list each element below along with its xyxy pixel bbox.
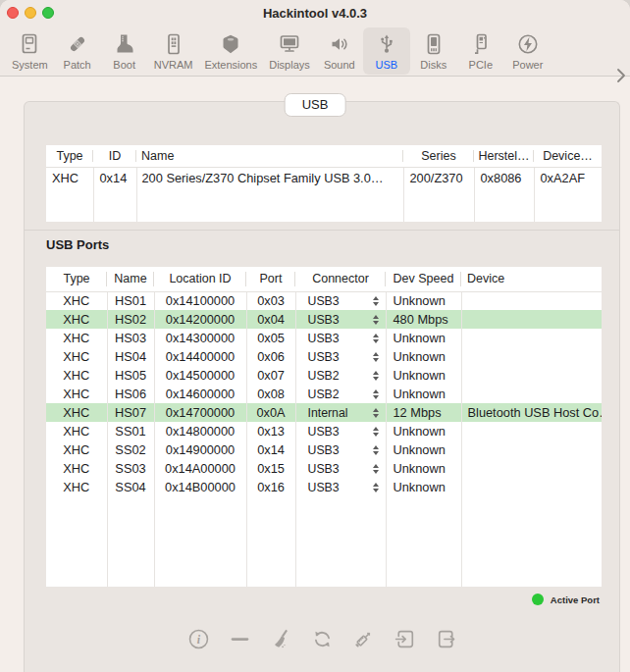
inject-button[interactable] <box>349 625 378 653</box>
toolbar-item-usb[interactable]: USB <box>363 27 410 75</box>
popup-updown-icon <box>373 389 379 399</box>
toolbar-item-displays[interactable]: Displays <box>263 27 316 75</box>
toolbar-label: USB <box>376 59 398 72</box>
toolbar-label: Patch <box>64 59 91 72</box>
column-header-name[interactable]: Name <box>107 267 154 291</box>
active-port-legend: Active Port <box>532 594 600 605</box>
cell-connector: USB3 <box>295 347 386 366</box>
remove-button[interactable] <box>226 625 254 653</box>
window-title: Hackintool v4.0.3 <box>0 0 630 26</box>
sound-icon <box>328 30 351 58</box>
port-row[interactable]: XHC HS05 0x14500000 0x07 USB2 Unknown <box>46 366 602 385</box>
column-header-series[interactable]: Series <box>403 145 474 167</box>
connector-popup[interactable]: USB3 <box>296 332 386 345</box>
cell-connector: USB3 <box>295 291 386 310</box>
cell-location-id: 0x14B00000 <box>154 478 246 496</box>
export-button[interactable] <box>432 625 460 653</box>
toolbar-label: Displays <box>269 59 310 72</box>
toolbar-overflow-chevron[interactable] <box>614 65 630 86</box>
extensions-icon <box>219 30 242 58</box>
cell-port: 0x03 <box>246 291 295 310</box>
disks-icon <box>422 30 446 58</box>
column-header-id[interactable]: ID <box>93 145 136 167</box>
connector-popup[interactable]: USB2 <box>296 388 386 401</box>
cell-dev-speed: 12 Mbps <box>386 403 461 422</box>
cell-connector: USB3 <box>295 329 386 347</box>
cell-name: HS03 <box>107 329 154 347</box>
column-header-dev-speed[interactable]: Dev Speed <box>386 267 461 291</box>
toolbar-item-patch[interactable]: Patch <box>54 27 101 75</box>
cell-connector: USB3 <box>295 459 386 478</box>
cell-dev-speed: Unknown <box>386 347 461 366</box>
port-row[interactable]: XHC HS04 0x14400000 0x06 USB3 Unknown <box>46 347 602 366</box>
toolbar-label: Disks <box>420 59 446 72</box>
toolbar-item-pcie[interactable]: PCIe <box>457 27 504 75</box>
pcie-icon <box>469 30 493 58</box>
popup-updown-icon <box>373 334 379 343</box>
cell-dev-speed: Unknown <box>386 478 461 496</box>
port-row[interactable]: XHC SS02 0x14900000 0x14 USB3 Unknown <box>46 440 602 459</box>
connector-popup[interactable]: Internal <box>296 406 386 420</box>
import-button[interactable] <box>391 625 419 653</box>
port-row[interactable]: XHC HS06 0x14600000 0x08 USB2 Unknown <box>46 385 602 403</box>
refresh-button[interactable] <box>308 625 337 653</box>
connector-popup[interactable]: USB3 <box>296 350 386 364</box>
export-icon <box>434 627 458 651</box>
cell-connector: USB2 <box>295 366 386 385</box>
clean-button[interactable] <box>267 625 295 653</box>
toolbar-item-boot[interactable]: Boot <box>101 27 148 75</box>
cell-location-id: 0x14700000 <box>154 403 246 422</box>
column-header-name[interactable]: Name <box>136 145 403 167</box>
cell-dev-speed: Unknown <box>386 459 461 478</box>
toolbar-item-extensions[interactable]: Extensions <box>198 27 263 75</box>
controller-row[interactable]: XHC 0x14 200 Series/Z370 Chipset Family … <box>46 167 602 188</box>
tab-usb[interactable]: USB <box>285 93 346 117</box>
cell-device <box>461 478 602 496</box>
connector-popup[interactable]: USB3 <box>296 443 386 457</box>
cell-device: Bluetooth USB Host Co… <box>461 403 602 422</box>
cell-location-id: 0x14600000 <box>154 385 246 403</box>
column-header-device[interactable]: Device <box>461 267 602 291</box>
toolbar-item-disks[interactable]: Disks <box>410 27 457 75</box>
connector-popup[interactable]: USB3 <box>296 294 386 308</box>
cell-device: 0xA2AF <box>534 167 602 188</box>
cell-device <box>461 459 602 478</box>
column-header-type[interactable]: Type <box>46 267 107 291</box>
toolbar-item-sound[interactable]: Sound <box>316 27 363 75</box>
connector-popup[interactable]: USB3 <box>296 481 386 494</box>
cell-series: 200/Z370 <box>403 167 474 188</box>
cell-dev-speed: Unknown <box>386 291 461 310</box>
toolbar-item-system[interactable]: System <box>6 27 54 75</box>
cell-type: XHC <box>46 422 107 440</box>
info-button[interactable]: i <box>184 625 213 653</box>
toolbar-item-nvram[interactable]: NVRAM <box>148 27 199 75</box>
port-row[interactable]: XHC SS03 0x14A00000 0x15 USB3 Unknown <box>46 459 602 478</box>
popup-updown-icon <box>373 464 379 474</box>
cell-hersteller: 0x8086 <box>474 167 534 188</box>
port-row[interactable]: XHC SS04 0x14B00000 0x16 USB3 Unknown <box>46 478 602 496</box>
connector-popup[interactable]: USB2 <box>296 369 386 383</box>
cell-type: XHC <box>46 167 93 188</box>
cell-name: HS04 <box>107 347 154 366</box>
connector-popup[interactable]: USB3 <box>296 462 386 476</box>
cell-location-id: 0x14100000 <box>154 291 246 310</box>
column-header-connector[interactable]: Connector <box>295 267 386 291</box>
column-header-hersteller[interactable]: Herstel… <box>474 145 534 167</box>
port-row[interactable]: XHC SS01 0x14800000 0x13 USB3 Unknown <box>46 422 602 440</box>
port-row[interactable]: XHC HS07 0x14700000 0x0A Internal 12 Mbp… <box>46 403 602 422</box>
connector-popup[interactable]: USB3 <box>296 425 386 439</box>
port-row[interactable]: XHC HS01 0x14100000 0x03 USB3 Unknown <box>46 291 602 310</box>
column-header-device[interactable]: Device… <box>534 145 602 167</box>
column-header-port[interactable]: Port <box>246 267 295 291</box>
column-header-location-id[interactable]: Location ID <box>154 267 246 291</box>
cell-port: 0x08 <box>246 385 295 403</box>
usb-ports-section-title: USB Ports <box>46 237 109 252</box>
port-row[interactable]: XHC HS02 0x14200000 0x04 USB3 480 Mbps <box>46 310 602 329</box>
syringe-icon <box>351 627 376 651</box>
connector-popup[interactable]: USB3 <box>296 313 386 327</box>
cell-type: XHC <box>46 310 107 329</box>
toolbar-item-power[interactable]: Power <box>504 27 551 75</box>
patch-icon <box>66 30 89 58</box>
column-header-type[interactable]: Type <box>46 145 93 167</box>
port-row[interactable]: XHC HS03 0x14300000 0x05 USB3 Unknown <box>46 329 602 347</box>
